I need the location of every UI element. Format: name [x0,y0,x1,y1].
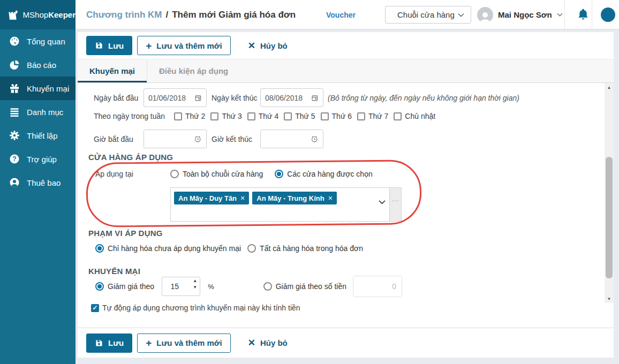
chevron-down-icon [458,13,464,17]
end-date-value[interactable] [265,94,311,102]
sidebar-nav: Tổng quan Báo cáo Khuyến mại Danh mục [0,29,76,194]
calendar-icon[interactable] [311,94,319,102]
app-logo[interactable]: MShopKeeper [0,0,76,29]
radio-selected-stores[interactable]: Các cửa hàng được chọn [275,170,372,178]
calendar-icon[interactable] [194,94,202,102]
end-time-input[interactable] [260,130,323,148]
stepper-arrows: ▲ ▼ [193,279,197,290]
checkbox-icon [321,112,329,120]
start-date-value[interactable] [148,94,194,102]
scroll-up-icon[interactable]: ▲ [605,83,614,92]
breadcrumb-parent-link[interactable]: Chương trình KM [86,10,162,20]
weekday-checkbox-thu4[interactable]: Thứ 4 [247,112,278,120]
discount-row: Giảm giá theo ▲ ▼ % Giảm giá theo số tiề… [95,276,402,297]
sidebar-item-label: Khuyến mại [27,84,69,93]
weekday-checkbox-chu-nhat[interactable]: Chủ nhật [394,112,435,120]
tab-khuyen-mai[interactable]: Khuyến mại [78,59,147,82]
sidebar-item-thue-bao[interactable]: Thuê bao [0,171,76,194]
top-header: Chương trình KM / Thêm mới Giảm giá hóa … [76,0,619,29]
header-divider [564,0,565,29]
checkbox-icon [247,112,255,120]
radio-discount-amount[interactable]: Giảm giá theo số tiền [263,282,346,291]
tab-dieu-kien-ap-dung[interactable]: Điều kiện áp dụng [147,59,240,82]
apply-at-row: Áp dụng tại Toàn bộ chuỗi cửa hàng Các c… [95,170,373,178]
end-time-value[interactable] [265,135,311,143]
voucher-link[interactable]: Voucher [326,0,356,29]
sidebar-item-danh-muc[interactable]: Danh mục [0,100,76,124]
gift-icon [9,83,20,94]
svg-text:?: ? [12,155,16,163]
sidebar-item-tro-giup[interactable]: ? Trợ giúp [0,147,76,171]
help-button[interactable] [597,0,619,29]
start-time-value[interactable] [148,135,194,143]
notifications-button[interactable] [569,0,597,29]
weekday-checkbox-thu6[interactable]: Thứ 6 [321,112,352,120]
chevron-down-icon[interactable] [379,200,386,204]
cancel-button-bottom[interactable]: ✕ Hủy bỏ [240,333,296,353]
percent-stepper[interactable]: ▲ ▼ [162,277,200,296]
report-icon [9,59,20,70]
weekday-checkbox-thu3[interactable]: Thứ 3 [210,112,241,120]
date-range-note: (Bỏ trống từ ngày, đến ngày nếu không gi… [328,94,519,102]
sidebar-item-label: Thuê bao [27,178,61,187]
end-date-input[interactable] [260,88,323,107]
weekday-checkbox-thu2[interactable]: Thứ 2 [174,112,205,120]
remove-chip-icon[interactable]: × [240,194,245,202]
help-icon: ? [9,154,20,164]
subscriber-icon [9,177,20,188]
scope-row: Chỉ hàng hóa chưa áp dụng khuyến mại Tất… [95,244,363,253]
auto-apply-checkbox[interactable]: ✓ Tự động áp dụng chương trình khuyến mạ… [91,304,300,312]
clock-icon[interactable] [194,134,202,143]
step-down-icon[interactable]: ▼ [193,285,197,290]
save-icon [95,339,103,347]
cancel-button[interactable]: ✕ Hủy bỏ [240,36,296,55]
store-chain-dropdown[interactable]: Chuỗi cửa hàng [385,6,471,24]
amount-value[interactable] [353,276,402,297]
radio-not-applied-goods[interactable]: Chỉ hàng hóa chưa áp dụng khuyến mại [95,244,241,253]
checkbox-icon [357,112,365,120]
clock-icon[interactable] [311,134,319,143]
scroll-down-icon[interactable]: ▼ [605,294,614,303]
save-button-bottom[interactable]: Lưu [86,333,132,353]
top-toolbar: Lưu + Lưu và thêm mới ✕ Hủy bỏ [78,32,614,59]
sidebar-item-tong-quan[interactable]: Tổng quan [0,29,76,53]
dashboard-icon [9,36,20,47]
amount-input[interactable] [353,276,402,297]
sidebar-item-khuyen-mai[interactable]: Khuyến mại [0,77,76,100]
store-multiselect[interactable]: An Mây - Duy Tân × An Mây - Trung Kính × [170,187,390,222]
weekday-row: Theo ngày trong tuần Thứ 2 Thứ 3 Thứ 4 T… [94,112,435,120]
sidebar-item-label: Tổng quan [27,37,65,46]
radio-discount-percent[interactable]: Giảm giá theo [95,282,154,291]
close-icon: ✕ [248,40,255,51]
radio-all-goods[interactable]: Tất cả hàng hóa trong hóa đơn [247,244,363,253]
radio-icon [170,170,179,178]
save-button[interactable]: Lưu [86,36,132,55]
step-up-icon[interactable]: ▲ [193,279,197,283]
chevron-down-icon [557,13,563,17]
user-menu[interactable]: Mai Ngọc Sơn [477,0,563,29]
user-name: Mai Ngọc Sơn [498,10,552,19]
scrollbar-thumb[interactable] [606,157,613,278]
checkbox-icon [394,112,402,120]
date-range-row: Ngày bắt đầu Ngày kết thúc (Bỏ trống từ … [94,88,519,107]
save-and-new-button[interactable]: + Lưu và thêm mới [137,36,231,55]
remove-chip-icon[interactable]: × [328,194,333,202]
vertical-scrollbar[interactable]: ▲ ▼ [605,83,614,303]
save-and-new-button-bottom[interactable]: + Lưu và thêm mới [137,333,231,353]
checkbox-icon [174,112,182,120]
weekday-checkbox-thu5[interactable]: Thứ 5 [284,112,315,120]
radio-all-stores[interactable]: Toàn bộ chuỗi cửa hàng [170,170,263,178]
start-time-input[interactable] [144,130,207,148]
radio-icon [275,170,283,178]
percent-value[interactable] [162,282,187,291]
more-stores-button[interactable]: ... [390,187,402,222]
end-date-label: Ngày kết thúc [212,94,260,102]
radio-icon [95,244,104,253]
start-date-input[interactable] [144,88,207,107]
main-panel: Lưu + Lưu và thêm mới ✕ Hủy bỏ Khuyến mạ… [78,32,614,358]
sidebar-item-bao-cao[interactable]: Báo cáo [0,53,76,77]
weekday-checkbox-thu7[interactable]: Thứ 7 [357,112,388,120]
save-button-label: Lưu [108,338,124,347]
sidebar-item-thiet-lap[interactable]: Thiết lập [0,124,76,147]
cancel-label: Hủy bỏ [260,338,288,347]
